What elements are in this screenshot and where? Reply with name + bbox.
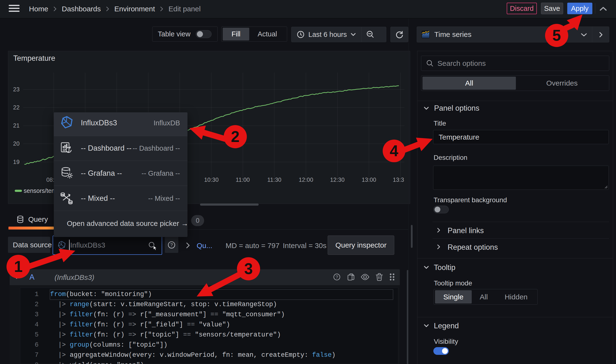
svg-text:2: 2 — [231, 128, 240, 145]
svg-text:3: 3 — [244, 260, 253, 277]
svg-text:5: 5 — [552, 27, 561, 44]
svg-text:4: 4 — [390, 142, 398, 160]
svg-text:1: 1 — [14, 258, 23, 275]
